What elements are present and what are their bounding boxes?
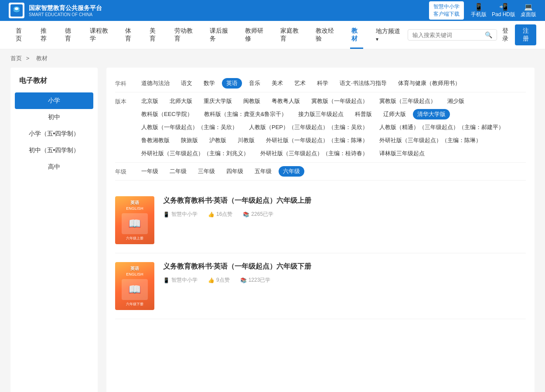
filter-bsdx[interactable]: 北师大版 [165,96,197,106]
book-meta-2: 📱 智慧中小学 👍 9点赞 📚 1223已学 [163,276,526,284]
filter-gong[interactable]: 教科版（主编：龚亚夫&鲁宗干） [200,109,292,119]
filter-beijing[interactable]: 北京版 [137,96,163,106]
nav-course[interactable]: 课程教学 [83,21,118,49]
svg-point-2 [15,7,18,10]
book-learners-1: 📚 2265已学 [243,211,273,218]
breadcrumb-separator: > [26,55,30,61]
filter-pe[interactable]: 体育与健康（教师用书） [394,78,465,89]
sidebar-item-primary[interactable]: 小学 [15,92,93,109]
book-cover-1: 英语 ENGLISH 📖 六年级上册 [115,196,154,244]
nav-sports[interactable]: 体育 [118,21,143,49]
register-button[interactable]: 注册 [515,24,536,45]
nav-labor[interactable]: 劳动教育 [167,21,203,49]
breadcrumb-home[interactable]: 首页 [10,55,22,61]
filter-cqdy[interactable]: 重庆大学版 [199,96,236,106]
book-title-2[interactable]: 义务教育教科书·英语（一年级起点）六年级下册 [163,262,526,271]
sidebar-item-primary54[interactable]: 小学（五•四学制） [10,126,98,142]
search-box[interactable]: 🔍 [408,29,497,41]
subject-options: 道德与法治 语文 数学 英语 音乐 美术 艺术 科学 语文·书法练习指导 体育与… [137,78,526,89]
filter-lujiao[interactable]: 鲁教湘教版 [137,135,174,146]
platform-icon-2: 📱 [163,277,170,283]
filter-art[interactable]: 美术 [267,78,287,89]
filter-math[interactable]: 数学 [199,78,219,89]
book-meta-1: 📱 智慧中小学 👍 16点赞 📚 2265已学 [163,211,526,218]
filter-jibanv1[interactable]: 冀教版（一年级起点） [307,96,372,106]
filter-hujiao[interactable]: 沪教版 [205,135,231,146]
filter-music[interactable]: 音乐 [245,78,265,89]
subject-label: 学科 [115,78,133,88]
filter-grade4[interactable]: 四年级 [222,166,248,177]
logo-icon [9,3,24,18]
filter-renjiaopep[interactable]: 人教版（PEP）（三年级起点）（主编：吴欣） [245,122,372,133]
sidebar-title: 电子教材 [10,76,98,92]
filter-yuerenban[interactable]: 粤教粤人版 [267,96,304,106]
filter-renjiaoban1[interactable]: 人教版（一年级起点）（主编：吴欣） [137,122,242,133]
filter-chuanjiao[interactable]: 川教版 [233,135,259,146]
version-filter-row: 版本 北京版 北师大版 重庆大学版 闽教版 粤教粤人版 冀教版（一年级起点） 冀… [115,92,526,163]
filter-science[interactable]: 科学 [313,78,333,89]
search-input[interactable] [412,32,482,38]
book-platform-1: 📱 智慧中小学 [163,211,198,218]
search-icon[interactable]: 🔍 [485,31,492,38]
logo-text: 国家智慧教育公共服务平台 SMART EDUCATION OF CHINA [29,4,102,17]
breadcrumb-current: 教材 [36,55,48,61]
filter-artmixed[interactable]: 艺术 [290,78,310,89]
logo-area: 国家智慧教育公共服务平台 SMART EDUCATION OF CHINA [9,3,102,18]
filter-yilinv3[interactable]: 译林版三年级起点 [375,148,429,159]
book-item-2: 英语 ENGLISH 📖 六年级下册 义务教育教科书·英语（一年级起点）六年级下… [115,253,526,319]
desktop-link[interactable]: 💻 桌面版 [521,3,536,18]
subject-filter-row: 学科 道德与法治 语文 数学 英语 音乐 美术 艺术 科学 语文·书法练习指导 … [115,75,526,92]
filter-jibanv3[interactable]: 冀教版（三年级起点） [375,96,440,106]
book-cover-2: 英语 ENGLISH 📖 六年级下册 [115,262,154,310]
filter-morality[interactable]: 道德与法治 [137,78,174,89]
nav-recommend[interactable]: 推荐 [34,21,58,49]
top-header: 国家智慧教育公共服务平台 SMART EDUCATION OF CHINA 智慧… [0,0,545,21]
sidebar-item-middle54[interactable]: 初中（五•四学制） [10,142,98,159]
filter-grade2[interactable]: 二年级 [165,166,191,177]
like-icon-1: 👍 [208,211,215,218]
filter-waiyanliuyi[interactable]: 外研社版（三年级起点）（主编：刘兆义） [137,148,253,159]
filter-area: 学科 道德与法治 语文 数学 英语 音乐 美术 艺术 科学 语文·书法练习指导 … [106,68,535,392]
filter-grade1[interactable]: 一年级 [137,166,163,177]
nav-local[interactable]: 地方频道 [369,21,408,48]
nav-home[interactable]: 首页 [9,21,34,49]
filter-grade3[interactable]: 三年级 [194,166,219,177]
filter-min[interactable]: 闽教版 [239,96,265,106]
breadcrumb: 首页 > 教材 [0,49,545,68]
nav-items: 首页 推荐 德育 课程教学 体育 美育 劳动教育 课后服务 教师研修 家庭教育 … [9,21,408,49]
book-learners-2: 📚 1223已学 [240,276,271,284]
nav-arts[interactable]: 美育 [143,21,167,49]
sidebar-item-middle[interactable]: 初中 [10,109,98,126]
nav-moral[interactable]: 德育 [58,21,83,49]
filter-chinese[interactable]: 语文 [177,78,197,89]
grade-label: 年级 [115,166,133,176]
filter-grade6[interactable]: 六年级 [279,166,304,177]
filter-qinghua[interactable]: 清华大学版 [413,109,450,119]
nav-teacher[interactable]: 教师研修 [238,21,273,49]
filter-jieli[interactable]: 接力版三年级起点 [294,109,348,119]
filter-waiyanv1[interactable]: 外研社版（一年级起点）（主编：陈琳） [262,135,372,146]
filter-renjiaoton[interactable]: 人教版（精通）（三年级起点）（主编：郝建平） [375,122,508,133]
filter-calligraphy[interactable]: 语文·书法练习指导 [335,78,391,89]
mobile-link[interactable]: 📱 手机版 [471,3,487,18]
nav-afterschool[interactable]: 课后服务 [203,21,238,49]
filter-kepu[interactable]: 科普版 [351,109,376,119]
nav-family[interactable]: 家庭教育 [273,21,309,49]
filter-eec[interactable]: 教科版（EEC学院） [137,109,197,119]
filter-waiyanspring[interactable]: 外研社版（三年级起点）（主编：桂诗春） [256,148,372,159]
filter-grade5[interactable]: 五年级 [250,166,276,177]
sidebar-item-high[interactable]: 高中 [10,159,98,175]
main-nav: 首页 推荐 德育 课程教学 体育 美育 劳动教育 课后服务 教师研修 家庭教育 … [0,21,545,49]
login-button[interactable]: 登录 [502,27,510,43]
book-title-1[interactable]: 义务教育教科书·英语（一年级起点）六年级上册 [163,196,526,205]
filter-liaoshi[interactable]: 辽师大版 [379,109,410,119]
nav-textbook[interactable]: 教材 [344,21,369,49]
book-likes-2: 👍 9点赞 [208,276,230,284]
download-button[interactable]: 智慧中小学 客户端下载 [429,1,464,20]
filter-shanlu[interactable]: 陕旅版 [177,135,202,146]
filter-waiyanv3[interactable]: 外研社版（三年级起点）（主编：陈琳） [375,135,486,146]
nav-reform[interactable]: 教改经验 [309,21,344,49]
filter-xiangshao[interactable]: 湘少版 [443,96,469,106]
filter-english[interactable]: 英语 [222,78,242,89]
pad-link[interactable]: 📲 Pad HD版 [492,3,515,18]
